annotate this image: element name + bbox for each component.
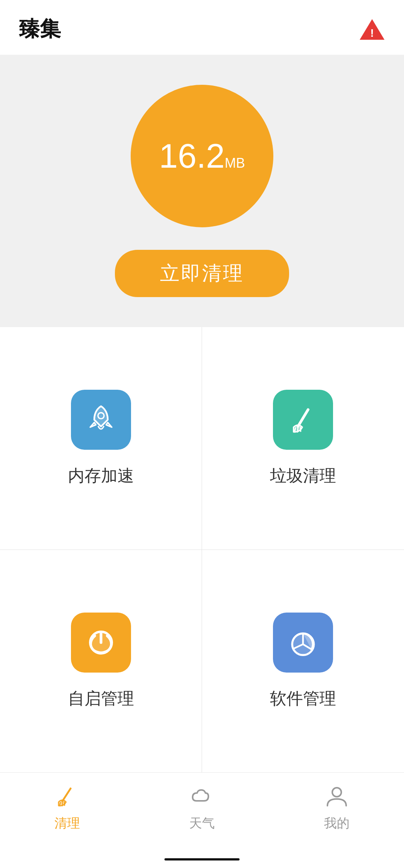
nav-weather-label: 天气	[189, 815, 215, 832]
grid-item-memory-speed[interactable]: 内存加速	[0, 327, 202, 550]
svg-line-14	[60, 802, 60, 805]
storage-value: 16.2	[159, 139, 225, 173]
nav-item-mine[interactable]: 我的	[269, 784, 404, 832]
grid-item-trash-clean[interactable]: 垃圾清理	[202, 327, 404, 550]
feature-grid: 内存加速 垃圾清理	[0, 327, 404, 772]
nav-item-clean[interactable]: 清理	[0, 784, 135, 832]
nav-mine-label: 我的	[324, 815, 350, 832]
broom-icon	[286, 403, 320, 437]
cloud-icon	[189, 784, 215, 810]
memory-speed-label: 内存加速	[68, 465, 134, 487]
home-indicator-area	[0, 851, 404, 868]
home-indicator	[164, 858, 240, 860]
memory-speed-icon-box	[71, 390, 131, 450]
storage-unit: MB	[225, 155, 245, 171]
chart-pie-icon	[286, 626, 320, 659]
person-icon	[324, 784, 350, 810]
storage-display: 16.2 MB	[159, 139, 245, 173]
storage-circle: 16.2 MB	[131, 85, 273, 227]
app-header: 臻集 !	[0, 0, 404, 55]
clean-button[interactable]: 立即清理	[115, 250, 289, 297]
svg-line-13	[62, 788, 71, 801]
svg-text:!: !	[370, 27, 374, 39]
warning-triangle-icon: !	[359, 17, 385, 42]
trash-clean-icon-box	[273, 390, 333, 450]
nav-item-weather[interactable]: 天气	[135, 784, 270, 832]
app-manage-label: 软件管理	[270, 688, 336, 710]
app-title: 臻集	[19, 15, 61, 44]
rocket-icon	[84, 403, 118, 437]
hero-section: 16.2 MB 立即清理	[0, 55, 404, 327]
trash-clean-label: 垃圾清理	[270, 465, 336, 487]
grid-item-app-manage[interactable]: 软件管理	[202, 550, 404, 772]
auto-start-icon-box	[71, 613, 131, 673]
auto-start-label: 自启管理	[68, 688, 134, 710]
svg-point-17	[332, 788, 341, 797]
grid-item-auto-start[interactable]: 自启管理	[0, 550, 202, 772]
svg-line-16	[64, 802, 65, 805]
broom-nav-active-icon	[54, 784, 80, 810]
svg-line-6	[300, 428, 301, 431]
app-manage-icon-box	[273, 613, 333, 673]
svg-line-5	[298, 428, 298, 432]
bottom-nav: 清理 天气 我的	[0, 772, 404, 851]
warning-icon[interactable]: !	[359, 16, 385, 42]
nav-clean-label: 清理	[54, 815, 80, 832]
power-icon	[84, 626, 118, 659]
svg-line-3	[298, 410, 308, 426]
